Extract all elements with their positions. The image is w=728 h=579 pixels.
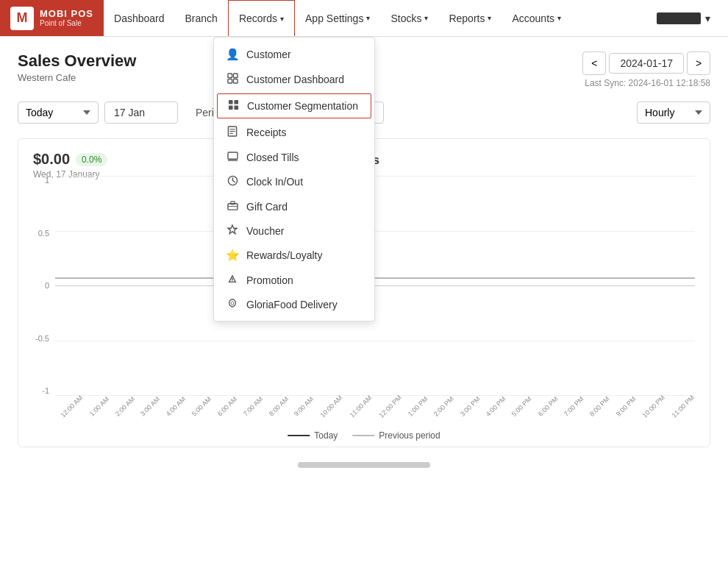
next-date-button[interactable]: > (687, 51, 710, 75)
scroll-thumb[interactable] (298, 462, 430, 468)
nav-item-app-settings[interactable]: App Settings ▾ (295, 0, 380, 36)
x-label-11pm: 11:00 PM (671, 394, 696, 419)
svg-rect-7 (234, 105, 238, 110)
svg-point-21 (232, 280, 232, 281)
dropdown-item-gift-card[interactable]: Gift Card (214, 194, 374, 219)
records-caret-icon: ▾ (280, 15, 284, 23)
app-settings-caret-icon: ▾ (366, 14, 370, 22)
legend-today-label: Today (314, 430, 338, 441)
chart-y-axis: 1 0.5 0 -0.5 -1 (26, 176, 55, 395)
gloriafood-icon (226, 298, 239, 310)
logo-letter: M (17, 10, 28, 26)
logo-box: M (10, 7, 34, 30)
x-label-7pm: 7:00 PM (563, 395, 585, 418)
svg-rect-1 (233, 74, 238, 78)
y-label-0: 0 (45, 281, 49, 290)
dropdown-item-customer-dashboard[interactable]: Customer Dashboard (214, 67, 374, 92)
x-label-7am: 7:00 AM (242, 395, 264, 417)
dropdown-item-customer[interactable]: 👤 Customer (214, 42, 374, 67)
nav-right: ▾ (649, 8, 728, 29)
x-label-3am: 3:00 AM (139, 395, 161, 417)
closed-tills-icon (226, 151, 239, 163)
nav-item-accounts[interactable]: Accounts ▾ (502, 0, 571, 36)
rewards-loyalty-label: Rewards/Loyalty (246, 249, 323, 261)
promotion-icon (226, 274, 239, 286)
receipts-icon (226, 126, 239, 139)
x-label-1pm: 1:00 PM (407, 395, 429, 418)
top-navigation: M MOBI POS Point of Sale Dashboard Branc… (0, 0, 728, 37)
period-select[interactable]: Today Yesterday This Week This Month (18, 102, 99, 124)
x-label-12pm: 12:00 PM (377, 394, 402, 419)
x-label-8am: 8:00 AM (267, 395, 289, 417)
x-label-1am: 1:00 AM (88, 395, 110, 417)
rewards-icon: ⭐ (226, 249, 239, 262)
x-label-9am: 9:00 AM (293, 395, 315, 417)
svg-rect-3 (233, 79, 238, 83)
x-label-4am: 4:00 AM (165, 395, 187, 417)
sync-text: Last Sync: 2024-16-01 12:18:58 (582, 78, 710, 88)
accounts-caret-icon: ▾ (557, 14, 561, 22)
nav-item-branch[interactable]: Branch (175, 0, 228, 36)
logo-line2: Point of Sale (40, 19, 93, 28)
interval-select[interactable]: Hourly Daily Weekly (637, 102, 710, 124)
svg-rect-6 (228, 105, 232, 110)
gloriafood-label: GloriaFood Delivery (246, 299, 338, 310)
gift-card-label: Gift Card (246, 201, 288, 213)
dropdown-item-customer-segmentation[interactable]: Customer Segmentation (217, 93, 371, 118)
customer-dashboard-label: Customer Dashboard (246, 74, 344, 85)
user-menu[interactable]: ▾ (649, 8, 718, 29)
x-label-3pm: 3:00 PM (459, 395, 482, 418)
x-label-5pm: 5:00 PM (510, 395, 533, 418)
nav-item-stocks[interactable]: Stocks ▾ (380, 0, 438, 36)
x-label-11am: 11:00 AM (349, 394, 374, 419)
date-from-display: 17 Jan (104, 102, 178, 124)
dropdown-item-receipts[interactable]: Receipts (214, 120, 374, 145)
sync-area: < 2024-01-17 > Last Sync: 2024-16-01 12:… (582, 51, 710, 88)
chart-legend: Today Previous period (288, 430, 440, 441)
voucher-icon (226, 224, 239, 237)
x-label-10am: 10:00 AM (319, 394, 344, 419)
dropdown-item-rewards-loyalty[interactable]: ⭐ Rewards/Loyalty (214, 243, 374, 268)
svg-rect-5 (234, 100, 238, 104)
legend-prev-line (352, 435, 374, 436)
nav-item-dashboard[interactable]: Dashboard (104, 0, 175, 36)
reports-caret-icon: ▾ (488, 14, 491, 22)
y-label-05: 0.5 (38, 229, 49, 238)
logo-line1: MOBI POS (40, 8, 93, 20)
nav-item-records[interactable]: Records ▾ (228, 0, 295, 36)
legend-prev-item: Previous period (352, 430, 440, 441)
legend-today-line (288, 435, 310, 436)
svg-rect-4 (228, 100, 232, 104)
receipts-label: Receipts (246, 127, 286, 138)
customer-dashboard-icon (226, 73, 239, 86)
x-label-5am: 5:00 AM (190, 395, 213, 417)
x-label-2am: 2:00 AM (113, 395, 135, 417)
chart-pct-badge: 0.0% (76, 153, 107, 166)
prev-date-button[interactable]: < (582, 51, 606, 75)
dropdown-item-promotion[interactable]: Promotion (214, 268, 374, 292)
dropdown-item-closed-tills[interactable]: Closed Tills (214, 145, 374, 169)
x-label-4pm: 4:00 PM (485, 395, 507, 418)
logo-area: M MOBI POS Point of Sale (0, 0, 104, 36)
svg-rect-19 (230, 202, 235, 205)
gift-card-icon (226, 200, 239, 213)
dropdown-item-clock-in-out[interactable]: Clock In/Out (214, 169, 374, 194)
dropdown-item-gloriafood[interactable]: GloriaFood Delivery (214, 292, 374, 316)
customer-label: Customer (246, 49, 291, 60)
date-display: 2024-01-17 (609, 53, 684, 74)
customer-icon: 👤 (226, 48, 239, 61)
y-label-m1: -1 (42, 386, 49, 395)
nav-items: Dashboard Branch Records ▾ App Settings … (104, 0, 649, 36)
bottom-scroll-area (18, 462, 710, 468)
chart-main-value: $0.00 (33, 151, 70, 168)
clock-in-out-label: Clock In/Out (246, 176, 303, 188)
user-caret-icon: ▾ (705, 13, 710, 24)
y-label-1: 1 (45, 176, 49, 185)
nav-item-reports[interactable]: Reports ▾ (438, 0, 502, 36)
dropdown-item-voucher[interactable]: Voucher (214, 219, 374, 243)
x-label-2pm: 2:00 PM (432, 395, 455, 418)
user-name-bar (657, 13, 701, 24)
y-label-m05: -0.5 (35, 334, 49, 343)
logo-text: MOBI POS Point of Sale (40, 8, 93, 29)
date-nav: < 2024-01-17 > (582, 51, 710, 75)
